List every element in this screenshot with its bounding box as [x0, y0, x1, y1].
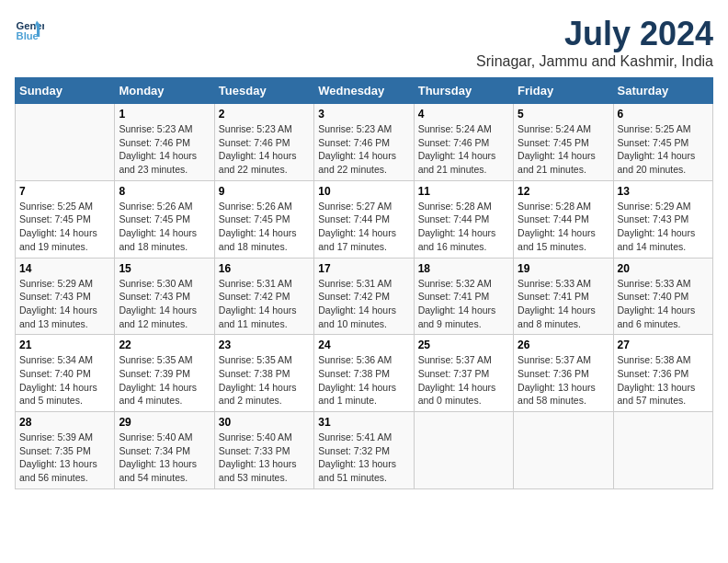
day-info: Sunrise: 5:37 AM Sunset: 7:37 PM Dayligh… [418, 353, 509, 408]
day-info: Sunrise: 5:28 AM Sunset: 7:44 PM Dayligh… [518, 200, 609, 254]
day-number: 6 [618, 108, 709, 121]
calendar-cell: 17Sunrise: 5:31 AM Sunset: 7:42 PM Dayli… [314, 258, 414, 335]
day-info: Sunrise: 5:25 AM Sunset: 7:45 PM Dayligh… [618, 122, 709, 177]
calendar-cell: 10Sunrise: 5:27 AM Sunset: 7:44 PM Dayli… [314, 180, 414, 258]
day-number: 20 [618, 262, 709, 275]
day-number: 26 [518, 339, 609, 351]
day-number: 3 [318, 108, 409, 121]
header-thursday: Thursday [414, 78, 513, 104]
calendar-cell: 31Sunrise: 5:41 AM Sunset: 7:32 PM Dayli… [314, 412, 414, 489]
day-number: 18 [418, 262, 509, 275]
day-number: 23 [219, 339, 310, 351]
day-info: Sunrise: 5:36 AM Sunset: 7:38 PM Dayligh… [318, 353, 409, 408]
week-row-3: 14Sunrise: 5:29 AM Sunset: 7:43 PM Dayli… [16, 258, 713, 335]
day-number: 28 [19, 416, 110, 429]
calendar-cell: 30Sunrise: 5:40 AM Sunset: 7:33 PM Dayli… [214, 412, 313, 489]
day-info: Sunrise: 5:38 AM Sunset: 7:36 PM Dayligh… [618, 353, 709, 408]
header-monday: Monday [115, 78, 214, 104]
day-number: 11 [418, 185, 509, 198]
day-number: 9 [219, 185, 310, 198]
day-number: 4 [418, 108, 509, 121]
day-info: Sunrise: 5:31 AM Sunset: 7:42 PM Dayligh… [318, 277, 409, 331]
day-number: 12 [518, 185, 609, 198]
header-sunday: Sunday [16, 78, 115, 104]
day-number: 5 [518, 108, 609, 121]
day-number: 13 [618, 185, 709, 198]
day-number: 22 [119, 339, 210, 351]
svg-text:Blue: Blue [17, 30, 39, 41]
calendar-cell: 8Sunrise: 5:26 AM Sunset: 7:45 PM Daylig… [115, 180, 214, 258]
logo-icon: General Blue [15, 15, 44, 44]
day-info: Sunrise: 5:23 AM Sunset: 7:46 PM Dayligh… [318, 122, 409, 177]
day-number: 2 [219, 108, 310, 121]
day-number: 10 [318, 185, 409, 198]
day-info: Sunrise: 5:24 AM Sunset: 7:45 PM Dayligh… [518, 122, 609, 177]
week-row-2: 7Sunrise: 5:25 AM Sunset: 7:45 PM Daylig… [16, 180, 713, 258]
day-number: 30 [219, 416, 310, 429]
week-row-1: 1Sunrise: 5:23 AM Sunset: 7:46 PM Daylig… [16, 104, 713, 181]
day-number: 1 [119, 108, 210, 121]
calendar-cell: 27Sunrise: 5:38 AM Sunset: 7:36 PM Dayli… [613, 335, 712, 412]
day-number: 29 [119, 416, 210, 429]
day-info: Sunrise: 5:35 AM Sunset: 7:39 PM Dayligh… [119, 353, 210, 408]
day-info: Sunrise: 5:34 AM Sunset: 7:40 PM Dayligh… [19, 353, 110, 408]
calendar-cell: 15Sunrise: 5:30 AM Sunset: 7:43 PM Dayli… [115, 258, 214, 335]
calendar-cell: 2Sunrise: 5:23 AM Sunset: 7:46 PM Daylig… [214, 104, 313, 181]
day-number: 14 [19, 262, 110, 275]
day-info: Sunrise: 5:27 AM Sunset: 7:44 PM Dayligh… [318, 200, 409, 254]
calendar-cell [613, 412, 712, 489]
day-info: Sunrise: 5:23 AM Sunset: 7:46 PM Dayligh… [219, 122, 310, 177]
calendar-cell: 21Sunrise: 5:34 AM Sunset: 7:40 PM Dayli… [16, 335, 115, 412]
calendar-cell: 6Sunrise: 5:25 AM Sunset: 7:45 PM Daylig… [613, 104, 712, 181]
day-number: 31 [318, 416, 409, 429]
day-info: Sunrise: 5:37 AM Sunset: 7:36 PM Dayligh… [518, 353, 609, 408]
day-info: Sunrise: 5:28 AM Sunset: 7:44 PM Dayligh… [418, 200, 509, 254]
day-number: 21 [19, 339, 110, 351]
day-number: 15 [119, 262, 210, 275]
calendar-cell: 24Sunrise: 5:36 AM Sunset: 7:38 PM Dayli… [314, 335, 414, 412]
day-info: Sunrise: 5:24 AM Sunset: 7:46 PM Dayligh… [418, 122, 509, 177]
day-number: 24 [318, 339, 409, 351]
calendar-cell: 25Sunrise: 5:37 AM Sunset: 7:37 PM Dayli… [414, 335, 513, 412]
logo: General Blue [15, 15, 44, 44]
day-info: Sunrise: 5:35 AM Sunset: 7:38 PM Dayligh… [219, 353, 310, 408]
day-number: 7 [19, 185, 110, 198]
calendar-header: SundayMondayTuesdayWednesdayThursdayFrid… [16, 78, 713, 104]
calendar-cell [514, 412, 613, 489]
calendar-cell: 9Sunrise: 5:26 AM Sunset: 7:45 PM Daylig… [214, 180, 313, 258]
header-friday: Friday [514, 78, 613, 104]
day-number: 17 [318, 262, 409, 275]
calendar-cell: 29Sunrise: 5:40 AM Sunset: 7:34 PM Dayli… [115, 412, 214, 489]
header-row: SundayMondayTuesdayWednesdayThursdayFrid… [16, 78, 713, 104]
svg-text:General: General [17, 20, 44, 31]
day-info: Sunrise: 5:41 AM Sunset: 7:32 PM Dayligh… [318, 431, 409, 485]
day-number: 19 [518, 262, 609, 275]
calendar-cell: 18Sunrise: 5:32 AM Sunset: 7:41 PM Dayli… [414, 258, 513, 335]
subtitle: Srinagar, Jammu and Kashmir, India [476, 53, 713, 70]
calendar-cell: 7Sunrise: 5:25 AM Sunset: 7:45 PM Daylig… [16, 180, 115, 258]
calendar-cell: 13Sunrise: 5:29 AM Sunset: 7:43 PM Dayli… [613, 180, 712, 258]
calendar-cell: 22Sunrise: 5:35 AM Sunset: 7:39 PM Dayli… [115, 335, 214, 412]
calendar-cell: 26Sunrise: 5:37 AM Sunset: 7:36 PM Dayli… [514, 335, 613, 412]
calendar-cell: 16Sunrise: 5:31 AM Sunset: 7:42 PM Dayli… [214, 258, 313, 335]
calendar-body: 1Sunrise: 5:23 AM Sunset: 7:46 PM Daylig… [16, 104, 713, 489]
calendar-cell: 3Sunrise: 5:23 AM Sunset: 7:46 PM Daylig… [314, 104, 414, 181]
day-info: Sunrise: 5:40 AM Sunset: 7:33 PM Dayligh… [219, 431, 310, 485]
calendar-cell: 23Sunrise: 5:35 AM Sunset: 7:38 PM Dayli… [214, 335, 313, 412]
calendar-table: SundayMondayTuesdayWednesdayThursdayFrid… [15, 77, 713, 489]
day-info: Sunrise: 5:26 AM Sunset: 7:45 PM Dayligh… [219, 200, 310, 254]
header-wednesday: Wednesday [314, 78, 414, 104]
calendar-cell: 19Sunrise: 5:33 AM Sunset: 7:41 PM Dayli… [514, 258, 613, 335]
day-number: 27 [618, 339, 709, 351]
calendar-cell: 1Sunrise: 5:23 AM Sunset: 7:46 PM Daylig… [115, 104, 214, 181]
day-info: Sunrise: 5:40 AM Sunset: 7:34 PM Dayligh… [119, 431, 210, 485]
day-info: Sunrise: 5:29 AM Sunset: 7:43 PM Dayligh… [618, 200, 709, 254]
day-info: Sunrise: 5:30 AM Sunset: 7:43 PM Dayligh… [119, 277, 210, 331]
calendar-cell: 28Sunrise: 5:39 AM Sunset: 7:35 PM Dayli… [16, 412, 115, 489]
week-row-5: 28Sunrise: 5:39 AM Sunset: 7:35 PM Dayli… [16, 412, 713, 489]
day-number: 8 [119, 185, 210, 198]
day-info: Sunrise: 5:33 AM Sunset: 7:41 PM Dayligh… [518, 277, 609, 331]
calendar-cell [16, 104, 115, 181]
day-info: Sunrise: 5:25 AM Sunset: 7:45 PM Dayligh… [19, 200, 110, 254]
day-number: 25 [418, 339, 509, 351]
